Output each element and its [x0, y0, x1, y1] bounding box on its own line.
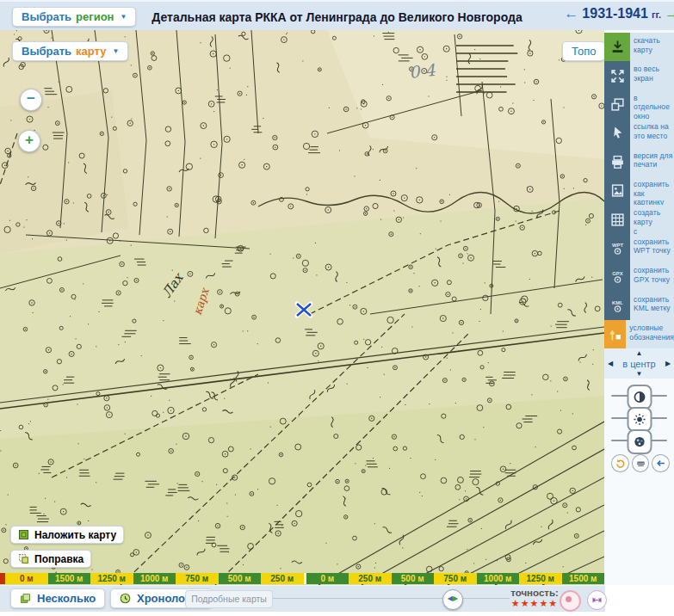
sidebar-item-georeferenced-map[interactable]: создать карту с привязкой	[604, 205, 674, 233]
year-navigation: ← 1931-1941 гг. →	[564, 5, 672, 22]
sidebar-item-save-as-image[interactable]: сохранить как картинку	[604, 176, 674, 205]
back-button[interactable]	[652, 454, 670, 472]
colors-icon[interactable]	[627, 429, 652, 454]
save-wpt-label: сохранить WPT точку	[630, 234, 674, 262]
scale-segment[interactable]: 500 м	[219, 573, 262, 584]
overlay-map-button[interactable]: Наложить карту	[10, 526, 124, 544]
accuracy-label: точность:	[506, 588, 563, 598]
scale-segment[interactable]: 250 м	[261, 573, 304, 584]
layers-toggle-button[interactable]	[632, 454, 650, 472]
svg-text:WPT: WPT	[611, 243, 623, 248]
pan-control: ▲ ◀ в центр ▶ ▼	[604, 348, 674, 379]
georeferenced-map-icon	[604, 205, 630, 233]
zoom-out-button[interactable]: −	[20, 89, 42, 111]
scale-segment[interactable]: 1500 м	[562, 573, 605, 584]
select-map-label-2: карту	[76, 45, 106, 58]
tools-sidebar: скачать картуво весь экранв отдельное ок…	[604, 30, 674, 585]
sidebar-item-save-kml[interactable]: KMLсохранить KML метку	[604, 292, 674, 320]
pan-down-arrow-icon[interactable]: ▼	[636, 370, 643, 378]
sidebar-item-save-wpt[interactable]: WPTсохранить WPT точку	[604, 234, 674, 262]
chevron-down-icon: ▼	[120, 13, 127, 21]
sidebar-item-fullscreen[interactable]: во весь экран	[604, 61, 674, 89]
scale-segment[interactable]: 0 м	[5, 573, 48, 584]
topo-layer-button[interactable]: Топо	[562, 41, 604, 61]
save-gpx-icon: GPX	[604, 262, 630, 291]
map-years-suffix: гг.	[652, 9, 661, 20]
contrast-slider[interactable]	[611, 385, 667, 407]
fullscreen-label: во весь экран	[630, 61, 674, 89]
scale-segment[interactable]: 0 м	[306, 573, 349, 584]
sidebar-item-download-map[interactable]: скачать карту	[604, 33, 674, 61]
bottom-bar: Несколько Хронология Подробные карты ◀▶ …	[0, 585, 605, 612]
fullscreen-icon	[604, 61, 630, 89]
tools-list: скачать картуво весь экранв отдельное ок…	[604, 33, 674, 348]
accuracy-stars: ★★★★★	[506, 598, 563, 608]
download-map-label: скачать карту	[630, 33, 674, 61]
brightness-icon[interactable]	[627, 407, 652, 432]
correction-label: Поправка	[34, 553, 83, 565]
pan-up-arrow-icon[interactable]: ▲	[636, 349, 643, 357]
next-map-arrow-icon[interactable]: →	[665, 5, 674, 22]
save-kml-icon: KML	[604, 292, 630, 320]
sidebar-item-print-version[interactable]: версия для печати	[604, 148, 674, 176]
multiple-maps-button[interactable]: Несколько	[10, 588, 105, 608]
sidebar-item-map-legend[interactable]: условные обозначения	[604, 320, 674, 348]
save-as-image-label: сохранить как картинку	[630, 176, 674, 205]
prev-map-arrow-icon[interactable]: ←	[564, 5, 578, 22]
clock-icon	[120, 593, 131, 604]
print-version-label: версия для печати	[630, 148, 674, 176]
select-region-button[interactable]: Выбрать регион ▼	[12, 7, 136, 27]
select-map-button[interactable]: Выбрать карту ▼	[12, 41, 128, 61]
overlay-map-label: Наложить карту	[34, 529, 116, 541]
map-legend-icon	[604, 320, 626, 348]
pan-right-arrow-icon[interactable]: ▶	[665, 360, 671, 367]
save-as-image-icon	[604, 176, 630, 205]
scale-segment[interactable]: 1500 м	[48, 573, 91, 584]
multiple-maps-icon	[20, 593, 31, 604]
timeline-slider-handle[interactable]: ◀▶	[442, 589, 463, 610]
measure-distance-button[interactable]	[587, 590, 607, 610]
link-to-place-icon	[604, 119, 630, 147]
scale-segment[interactable]: 500 м	[392, 573, 435, 584]
georeferenced-map-label: создать карту с привязкой	[630, 205, 674, 233]
select-region-label-1: Выбрать	[22, 10, 71, 23]
map-years: 1931-1941	[582, 6, 648, 22]
zoom-in-button[interactable]: +	[18, 130, 40, 152]
scale-segment[interactable]: 1000 м	[133, 573, 176, 584]
map-canvas[interactable]: Лахкарх0 4 Выбрать карту ▼ Топо − + Нало…	[0, 30, 604, 585]
save-kml-label: сохранить KML метку	[630, 292, 674, 320]
correction-icon	[18, 553, 29, 564]
scale-segment[interactable]: 1000 м	[477, 573, 520, 584]
select-region-label-2: регион	[76, 10, 114, 23]
multiple-maps-label: Несколько	[37, 592, 96, 605]
sidebar-item-separate-window[interactable]: в отдельное окно	[604, 90, 674, 119]
scale-segment[interactable]: 750 м	[176, 573, 219, 584]
overlay-layers-icon	[18, 529, 29, 540]
accuracy-block: точность: ★★★★★	[506, 588, 563, 608]
correction-button[interactable]: Поправка	[10, 550, 91, 568]
scale-segment[interactable]: 250 м	[349, 573, 392, 584]
separate-window-icon	[604, 90, 630, 119]
record-position-button[interactable]	[560, 590, 581, 612]
map-legend-label: условные обозначения	[626, 320, 674, 348]
contrast-icon[interactable]	[627, 385, 652, 410]
history-controls	[611, 454, 670, 472]
saturation-slider[interactable]	[611, 429, 667, 452]
sidebar-item-save-gpx[interactable]: GPXсохранить GPX точку	[604, 262, 674, 291]
historical-map-image: Лахкарх0 4	[0, 30, 604, 585]
center-map-button[interactable]: в центр	[622, 359, 655, 369]
detailed-maps-label: Подробные карты	[185, 590, 273, 608]
scale-segment[interactable]: 1250 м	[90, 573, 133, 584]
sidebar-item-link-to-place[interactable]: ссылка на это место	[604, 119, 674, 147]
pan-left-arrow-icon[interactable]: ◀	[608, 360, 613, 367]
top-bar: Детальная карта РККА от Ленинграда до Ве…	[0, 0, 674, 32]
select-map-label-1: Выбрать	[22, 45, 71, 58]
map-viewer-app: Детальная карта РККА от Ленинграда до Ве…	[0, 0, 674, 616]
rotate-reset-button[interactable]	[611, 454, 629, 472]
brightness-slider[interactable]	[611, 407, 667, 429]
svg-text:GPX: GPX	[612, 271, 623, 276]
download-map-icon	[604, 33, 630, 61]
svg-text:KML: KML	[612, 300, 623, 305]
scale-segment[interactable]: 1250 м	[519, 573, 562, 584]
scale-segment[interactable]: 750 м	[434, 573, 477, 584]
